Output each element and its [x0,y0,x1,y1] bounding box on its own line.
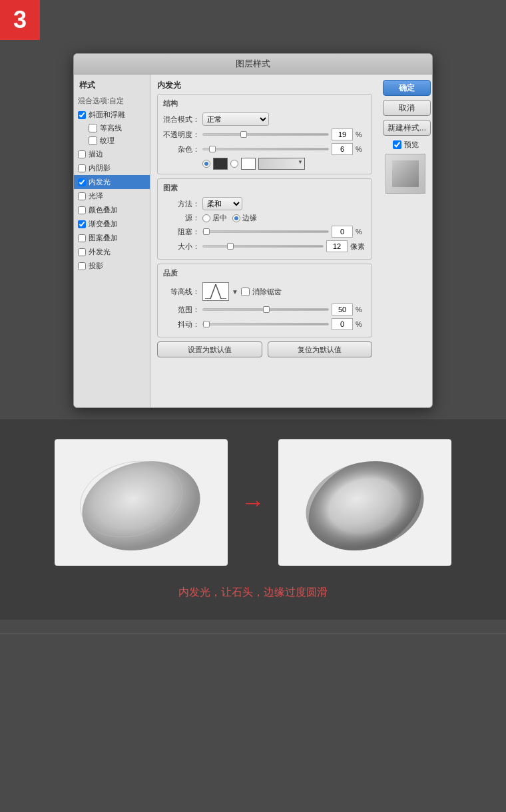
source-edge-radio[interactable] [232,214,240,222]
new-style-button[interactable]: 新建样式... [383,120,431,136]
quality-section: 品质 等高线： ▼ 消除锯齿 [157,264,372,337]
color-overlay-checkbox[interactable] [78,206,86,214]
range-slider[interactable] [202,308,329,311]
sidebar-item-blend-options[interactable]: 混合选项:自定 [74,94,150,108]
white-radio[interactable] [230,160,238,168]
contour-checkbox[interactable] [89,124,97,132]
size-row: 大小： 像素 [163,240,366,252]
sidebar-item-inner-glow[interactable]: 内发光 [74,175,150,189]
method-select[interactable]: 柔和 [202,197,242,210]
choke-slider[interactable] [202,230,329,233]
opacity-label: 不透明度： [163,130,200,140]
method-row: 方法： 柔和 [163,197,366,210]
sidebar-item-pattern-overlay[interactable]: 图案叠加 [74,231,150,245]
satin-checkbox[interactable] [78,192,86,200]
after-image [278,439,451,566]
structure-section: 结构 混合模式： 正常 不透明度： [157,94,372,174]
drop-shadow-checkbox[interactable] [78,262,86,270]
pattern-overlay-checkbox[interactable] [78,234,86,242]
sidebar-item-contour[interactable]: 等高线 [74,122,150,134]
right-buttons-panel: 确定 取消 新建样式... 预览 [379,75,432,407]
source-center-option[interactable]: 居中 [202,213,227,223]
sidebar-item-stroke[interactable]: 描边 [74,147,150,161]
bevel-checkbox[interactable] [78,111,86,119]
elements-section: 图素 方法： 柔和 源： [157,178,372,260]
color-radio[interactable] [202,160,210,168]
source-center-radio[interactable] [202,214,210,222]
contour-preview[interactable] [202,282,229,301]
drop-shadow-label: 投影 [89,261,103,271]
source-label: 源： [163,213,200,223]
anti-alias-checkbox[interactable] [241,288,250,296]
dialog-title: 图层样式 [236,59,270,69]
color-swatch-dark[interactable] [213,158,228,170]
color-swatch-white[interactable] [241,158,256,170]
choke-label: 阻塞： [163,227,200,237]
sidebar-item-color-overlay[interactable]: 颜色叠加 [74,203,150,217]
section-top-label: 内发光 [157,80,372,91]
range-unit: % [356,305,366,313]
jitter-label: 抖动： [163,319,200,329]
opacity-row: 不透明度： % [163,128,366,140]
source-options: 居中 边缘 [202,213,257,223]
gradient-swatch[interactable] [258,158,305,170]
dialog-title-bar: 图层样式 [74,54,432,75]
range-label: 范围： [163,305,200,315]
texture-label: 纹理 [100,136,115,146]
opacity-input[interactable] [332,128,353,140]
preview-checkbox[interactable] [393,140,401,149]
demo-images-row: → [55,439,451,566]
arrow-label: → [241,489,265,516]
confirm-button[interactable]: 确定 [383,80,431,96]
cancel-button[interactable]: 取消 [383,100,431,116]
left-panel: 样式 混合选项:自定 斜面和浮雕 等高线 [74,75,150,407]
source-row: 源： 居中 边缘 [163,213,366,223]
inner-glow-checkbox[interactable] [78,178,86,186]
size-slider[interactable] [202,245,324,248]
range-input[interactable] [332,304,353,315]
source-edge-option[interactable]: 边缘 [232,213,257,223]
set-default-button[interactable]: 设置为默认值 [157,341,262,357]
noise-unit: % [356,145,366,153]
sidebar-item-bevel[interactable]: 斜面和浮雕 [74,108,150,122]
sidebar-item-satin[interactable]: 光泽 [74,189,150,203]
center-panel: 内发光 结构 混合模式： 正常 不透明度： [150,75,379,407]
preview-label: 预览 [404,140,419,150]
jitter-row: 抖动： % [163,318,366,330]
reset-default-button[interactable]: 复位为默认值 [268,341,373,357]
sidebar-item-inner-shadow[interactable]: 内阴影 [74,161,150,175]
texture-checkbox[interactable] [89,136,97,145]
blend-options-label: 混合选项:自定 [78,96,124,106]
sidebar-item-gradient-overlay[interactable]: 渐变叠加 [74,217,150,231]
structure-label: 结构 [163,99,366,108]
sidebar-item-outer-glow[interactable]: 外发光 [74,245,150,259]
noise-input[interactable] [332,143,353,155]
step-badge: 3 [0,0,40,40]
jitter-unit: % [356,320,366,328]
noise-slider[interactable] [202,148,329,150]
contour-label: 等高线 [100,123,122,133]
gradient-overlay-checkbox[interactable] [78,220,86,228]
stroke-checkbox[interactable] [78,150,86,158]
step-number: 3 [13,6,27,34]
bevel-label: 斜面和浮雕 [89,110,125,120]
inner-shadow-checkbox[interactable] [78,164,86,172]
sidebar-item-drop-shadow[interactable]: 投影 [74,259,150,273]
layer-style-dialog: 图层样式 样式 混合选项:自定 斜面和浮雕 [73,53,433,408]
opacity-slider[interactable] [202,133,329,136]
size-label: 大小： [163,242,200,252]
jitter-input[interactable] [332,318,353,330]
choke-input[interactable] [332,226,353,238]
gradient-overlay-label: 渐变叠加 [89,219,118,229]
blend-mode-select[interactable]: 正常 [202,112,269,126]
color-swatch-row [163,158,366,170]
outer-glow-checkbox[interactable] [78,248,86,256]
choke-unit: % [356,228,366,236]
inner-shadow-label: 内阴影 [89,163,111,173]
quality-label: 品质 [163,268,366,278]
contour-label-text: 等高线： [163,287,200,297]
size-input[interactable] [326,240,348,252]
source-edge-label: 边缘 [242,213,257,223]
sidebar-item-texture[interactable]: 纹理 [74,134,150,147]
jitter-slider[interactable] [202,323,329,325]
